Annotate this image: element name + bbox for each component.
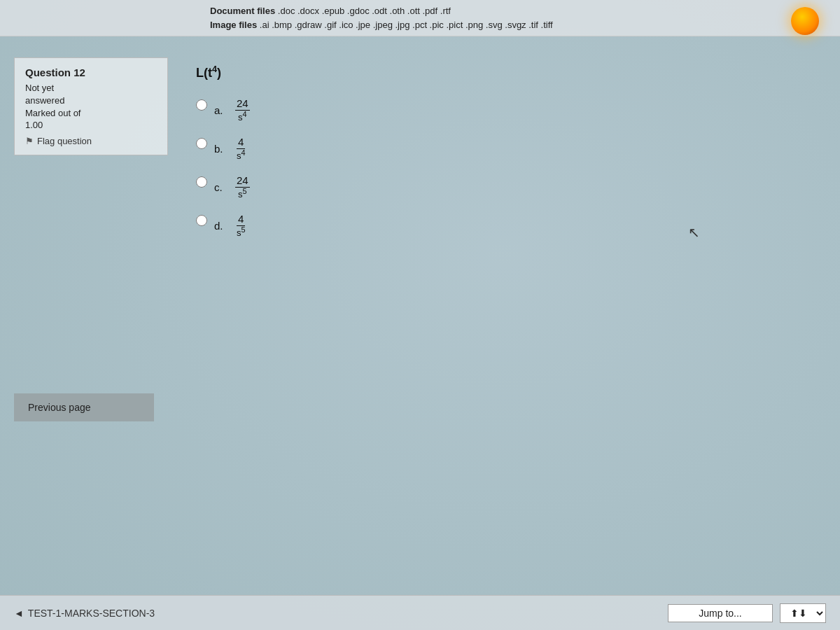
fraction-b-numerator: 4 bbox=[237, 136, 245, 149]
fraction-a: 24 s4 bbox=[235, 98, 250, 122]
fraction-a-denominator: s4 bbox=[237, 111, 248, 123]
bottom-bar: ◄ TEST-1-MARKS-SECTION-3 Jump to... ⬆⬇ bbox=[0, 595, 840, 630]
option-a-label: a. 24 s4 bbox=[214, 98, 250, 122]
back-link[interactable]: ◄ TEST-1-MARKS-SECTION-3 bbox=[14, 608, 155, 619]
option-b-letter: b. bbox=[214, 143, 228, 155]
option-c-label: c. 24 s5 bbox=[214, 175, 250, 200]
image-files-label: Image files bbox=[210, 20, 257, 30]
question-info-box: Question 12 Not yet answered Marked out … bbox=[14, 57, 168, 155]
image-extensions: .ai .bmp .gdraw .gif .ico .jpe .jpeg .jp… bbox=[260, 20, 553, 30]
flag-icon: ⚑ bbox=[25, 136, 34, 146]
option-c[interactable]: c. 24 s5 bbox=[196, 175, 812, 200]
fraction-b: 4 s4 bbox=[235, 136, 247, 161]
main-content: Question 12 Not yet answered Marked out … bbox=[0, 36, 840, 442]
option-a-letter: a. bbox=[214, 104, 228, 116]
option-d-label: d. 4 s5 bbox=[214, 214, 247, 238]
option-d[interactable]: d. 4 s5 bbox=[196, 214, 812, 238]
sidebar: Question 12 Not yet answered Marked out … bbox=[14, 57, 168, 421]
question-label: Question bbox=[25, 66, 71, 78]
question-area: L(t4) a. 24 s4 b. bbox=[182, 57, 826, 421]
back-arrow-icon: ◄ bbox=[14, 608, 24, 619]
marked-out-label: Marked out of bbox=[25, 108, 157, 118]
jump-to-select[interactable]: ⬆⬇ bbox=[780, 603, 826, 623]
document-extensions: .doc .docx .epub .gdoc .odt .oth .ott .p… bbox=[278, 6, 451, 16]
question-superscript: 4 bbox=[212, 64, 217, 74]
fraction-c-denominator: s5 bbox=[237, 188, 248, 200]
fraction-d-numerator: 4 bbox=[237, 214, 245, 226]
score-value: 1.00 bbox=[25, 120, 157, 130]
jump-to-section: Jump to... ⬆⬇ bbox=[668, 603, 826, 623]
previous-page-button[interactable]: Previous page bbox=[14, 393, 154, 421]
decorative-orb bbox=[791, 7, 819, 35]
option-a[interactable]: a. 24 s4 bbox=[196, 98, 812, 122]
jump-to-label: Jump to... bbox=[668, 604, 773, 622]
fraction-b-denominator: s4 bbox=[235, 149, 247, 162]
radio-b[interactable] bbox=[196, 138, 207, 149]
radio-d[interactable] bbox=[196, 215, 207, 226]
document-files-line: Document files .doc .docx .epub .gdoc .o… bbox=[210, 4, 826, 18]
fraction-d-denominator: s5 bbox=[235, 226, 247, 239]
question-status-line1: Not yet bbox=[25, 83, 157, 93]
top-bar: Document files .doc .docx .epub .gdoc .o… bbox=[0, 0, 840, 36]
fraction-d: 4 s5 bbox=[235, 214, 247, 238]
back-link-label: TEST-1-MARKS-SECTION-3 bbox=[28, 608, 155, 619]
options-list: a. 24 s4 b. 4 s4 bbox=[196, 98, 812, 239]
flag-label: Flag question bbox=[37, 136, 92, 146]
radio-c[interactable] bbox=[196, 176, 207, 188]
radio-a[interactable] bbox=[196, 99, 207, 111]
option-b[interactable]: b. 4 s4 bbox=[196, 136, 812, 161]
question-status-line2: answered bbox=[25, 95, 157, 106]
option-d-letter: d. bbox=[214, 220, 228, 232]
option-c-letter: c. bbox=[214, 181, 228, 193]
question-title: Question 12 bbox=[25, 66, 157, 78]
option-b-label: b. 4 s4 bbox=[214, 136, 247, 161]
image-files-line: Image files .ai .bmp .gdraw .gif .ico .j… bbox=[210, 18, 826, 32]
fraction-c-numerator: 24 bbox=[235, 175, 250, 188]
question-text: L(t4) bbox=[196, 64, 812, 80]
question-number: 12 bbox=[74, 66, 85, 78]
fraction-c: 24 s5 bbox=[235, 175, 250, 200]
document-files-label: Document files bbox=[210, 6, 275, 16]
fraction-a-numerator: 24 bbox=[235, 98, 250, 111]
flag-question-button[interactable]: ⚑ Flag question bbox=[25, 136, 157, 146]
